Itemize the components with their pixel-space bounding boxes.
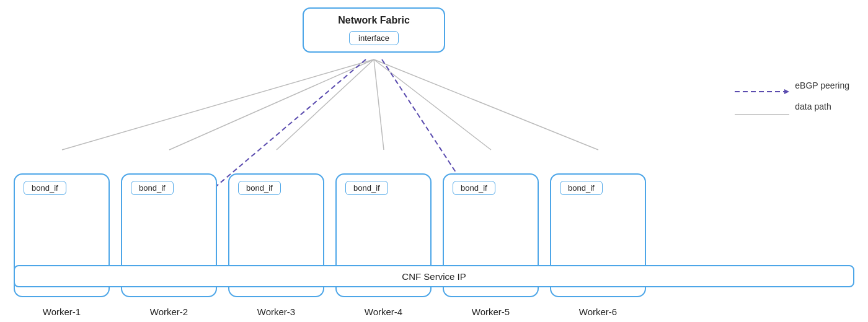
- svg-line-0: [62, 59, 374, 150]
- worker-2-bond-if: bond_if: [131, 181, 174, 195]
- worker-3-bond-if: bond_if: [238, 181, 281, 195]
- worker-2-label: Worker-2: [121, 307, 217, 317]
- cnf-service-ip-bar: CNF Service IP: [14, 265, 854, 287]
- worker-1-bond-if: bond_if: [24, 181, 66, 195]
- worker-5-bond-if: bond_if: [453, 181, 495, 195]
- worker-4-bond-if: bond_if: [345, 181, 388, 195]
- svg-line-2: [277, 59, 374, 150]
- legend-ebgp-label: eBGP peering: [795, 80, 849, 90]
- legend: eBGP peering data path: [728, 80, 849, 111]
- legend-ebgp: eBGP peering: [728, 80, 849, 90]
- svg-line-1: [169, 59, 374, 150]
- worker-6-label: Worker-6: [550, 307, 646, 317]
- legend-datapath: data path: [728, 102, 849, 111]
- worker-6-bond-if: bond_if: [560, 181, 603, 195]
- cnf-service-ip-label: CNF Service IP: [402, 271, 466, 282]
- svg-line-3: [374, 59, 384, 150]
- worker-4-label: Worker-4: [335, 307, 432, 317]
- svg-line-4: [374, 59, 491, 150]
- svg-line-5: [374, 59, 598, 150]
- worker-1-label: Worker-1: [14, 307, 110, 317]
- worker-5-label: Worker-5: [443, 307, 539, 317]
- network-fabric-box: Network Fabric interface: [303, 7, 445, 53]
- network-fabric-title: Network Fabric: [338, 15, 410, 26]
- worker-3-label: Worker-3: [228, 307, 324, 317]
- diagram-container: Network Fabric interface bond_if Worker-…: [0, 0, 868, 322]
- legend-datapath-label: data path: [795, 102, 831, 111]
- interface-badge: interface: [349, 31, 399, 45]
